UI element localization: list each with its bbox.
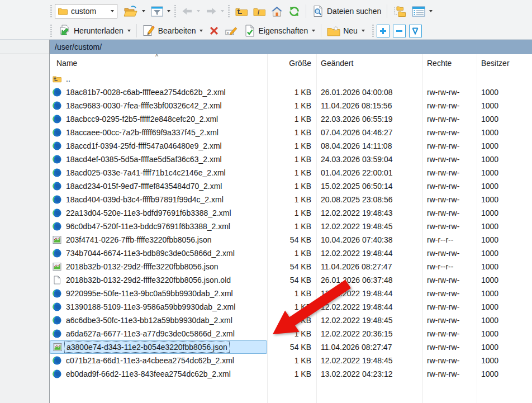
column-header-size[interactable]: Größe [267,59,316,68]
properties-button[interactable]: Eigenschaften [241,23,318,38]
edge-icon [53,316,61,325]
filter-button[interactable] [148,5,173,18]
file-row-selected[interactable]: a3800e74-d343-11e2-b054e3220fbb8056.json… [50,340,532,354]
filter-rules-button[interactable] [409,25,422,37]
rename-button[interactable]: x [222,25,241,37]
file-row[interactable]: 96c0db47-520f-11e3-bddc97691f6b3388_2.xm… [50,220,532,233]
file-name-cell[interactable]: a6c6dbe3-50fc-11e3-bb12a59bb9930dab_2.xm… [50,314,267,327]
file-name-cell[interactable]: 18ac81b7-0028-c6ab-ffffeea2754dc62b_2.xm… [50,86,267,99]
file-name-cell[interactable]: 734b7044-6674-11e3-bdb89c3de0c5866d_2.xm… [50,246,267,260]
chart-icon [53,262,61,271]
funnel-icon [151,6,163,17]
column-header-owner[interactable]: Besitzer [477,59,532,68]
file-name-cell[interactable]: 31390188-5109-11e3-9586a59bb9930dab_2.xm… [50,300,267,314]
file-name-cell[interactable]: 22a13d04-520e-11e3-bdfd97691f6b3388_2.xm… [50,206,267,220]
file-row[interactable]: 22a13d04-520e-11e3-bdfd97691f6b3388_2.xm… [50,206,532,220]
file-row[interactable]: .. [50,72,532,86]
root-directory-button[interactable]: / [250,6,268,17]
file-name: 18accd1f-0394-25fd-ffff547a046480e9_2.xm… [64,141,224,151]
file-name-cell[interactable]: 2018b32b-0132-29d2-ffffe3220fbb8056.json [50,260,267,273]
file-name-cell[interactable]: 18acd4ef-0385-5d5a-ffffae5d5af36c63_2.xm… [50,153,267,166]
file-row[interactable]: 31390188-5109-11e3-9586a59bb9930dab_2.xm… [50,300,532,314]
file-owner: 1000 [477,195,532,204]
file-row[interactable]: 18ac81b7-0028-c6ab-ffffeea2754dc62b_2.xm… [50,86,532,99]
left-empty-pane [0,54,49,403]
find-files-button[interactable]: Dateien suchen [309,4,384,18]
file-row[interactable]: 9220995e-50fe-11e3-9bc0a59bb9930dab_2.xm… [50,287,532,300]
file-modified: 26.01.2026 06:37:48 [316,276,422,285]
directory-tree-button[interactable] [390,4,409,18]
refresh-button[interactable] [286,4,303,18]
file-row[interactable]: 18accd1f-0394-25fd-ffff547a046480e9_2.xm… [50,139,532,153]
add-button[interactable] [377,25,390,37]
file-rights: rw-r--r-- [422,262,477,271]
download-button[interactable]: Herunterladen [55,23,134,38]
parent-directory-button[interactable] [232,6,250,17]
file-modified: 08.04.2026 14:11:08 [316,141,422,150]
file-row[interactable]: 203f4741-0226-7ffb-ffffe3220fbb8056.json… [50,233,532,246]
file-row[interactable]: 18acd025-033e-7a41-ffff71b1c4c2146e_2.xm… [50,166,532,179]
file-row[interactable]: 18acd234-015f-9ed7-ffffef8435484d70_2.xm… [50,179,532,193]
edit-document-icon [142,25,155,37]
directory-combo[interactable]: custom [55,4,117,18]
column-header-name[interactable]: Name [50,56,267,70]
file-name-cell[interactable]: 18accaee-00cc-7a2b-fffff69f9a337f45_2.xm… [50,126,267,139]
column-header-modified[interactable]: Geändert [316,59,422,68]
new-button[interactable]: Neu [324,25,368,37]
file-row[interactable]: 18ac9683-0030-7fea-ffffe3bf00326c42_2.xm… [50,99,532,112]
file-modified: 12.02.2022 20:36:15 [316,329,422,338]
file-name-cell[interactable]: 2018b32b-0132-29d2-ffffe3220fbb8056.json… [50,273,267,287]
edit-button[interactable]: Bearbeiten [140,23,206,38]
file-row[interactable]: eb0dad9f-66d2-11e3-843feea2754dc62b_2.xm… [50,367,532,381]
file-row[interactable]: 18acbcc9-0295-f2b5-fffff2e848cefc20_2.xm… [50,112,532,126]
file-name-cell[interactable]: 18ac9683-0030-7fea-ffffe3bf00326c42_2.xm… [50,99,267,112]
column-header-rights[interactable]: Rechte [422,59,477,68]
parent-folder-icon [53,74,61,83]
file-row[interactable]: 18acd4ef-0385-5d5a-ffffae5d5af36c63_2.xm… [50,153,532,166]
file-name-cell[interactable]: a3800e74-d343-11e2-b054e3220fbb8056.json [50,340,267,354]
file-name: 22a13d04-520e-11e3-bdfd97691f6b3388_2.xm… [64,208,233,218]
home-directory-button[interactable] [268,5,286,18]
delete-button[interactable] [206,24,222,37]
file-name-cell[interactable]: eb0dad9f-66d2-11e3-843feea2754dc62b_2.xm… [50,367,267,381]
file-name-cell[interactable]: 9220995e-50fe-11e3-9bc0a59bb9930dab_2.xm… [50,287,267,300]
file-row[interactable]: 18acd404-039d-b3c4-ffffb97891f99d4c_2.xm… [50,193,532,206]
list-header: ^ Name Größe Geändert Rechte Besitzer [50,54,532,72]
file-name-cell[interactable]: 18accd1f-0394-25fd-ffff547a046480e9_2.xm… [50,139,267,153]
remove-button[interactable] [393,25,406,37]
file-name-cell[interactable]: 18acbcc9-0295-f2b5-fffff2e848cefc20_2.xm… [50,112,267,126]
file-row[interactable]: c071b21a-66d1-11e3-a4cbeea2754dc62b_2.xm… [50,354,532,367]
file-row[interactable]: 18accaee-00cc-7a2b-fffff69f9a337f45_2.xm… [50,126,532,139]
file-rights: rw-rw-rw- [422,141,477,150]
file-owner: 1000 [477,369,532,378]
file-row[interactable]: 2018b32b-0132-29d2-ffffe3220fbb8056.json… [50,273,532,287]
file-modified: 11.04.2026 08:27:47 [316,262,422,271]
toolbar-grip[interactable] [228,5,230,17]
plus-icon [379,27,387,35]
file-row[interactable]: a6c6dbe3-50fc-11e3-bb12a59bb9930dab_2.xm… [50,314,532,327]
file-name-cell[interactable]: 18acd025-033e-7a41-ffff71b1c4c2146e_2.xm… [50,166,267,179]
file-name-cell[interactable]: 96c0db47-520f-11e3-bddc97691f6b3388_2.xm… [50,220,267,233]
file-row[interactable]: 734b7044-6674-11e3-bdb89c3de0c5866d_2.xm… [50,246,532,260]
view-style-button[interactable] [409,5,435,18]
chart-icon [53,235,61,244]
breadcrumb-path[interactable]: /user/custom/ [50,40,532,54]
file-row[interactable]: a6da627a-6677-11e3-a77d9c3de0c5866d_2.xm… [50,327,532,340]
file-size: 1 KB [267,88,316,97]
file-name-cell[interactable]: a6da627a-6677-11e3-a77d9c3de0c5866d_2.xm… [50,327,267,340]
toolbar-grip[interactable] [50,25,52,37]
toolbar-separator [387,4,387,18]
toolbar-grip[interactable] [50,5,52,17]
open-directory-button[interactable] [121,4,148,18]
file-name-cell[interactable]: 18acd404-039d-b3c4-ffffb97891f99d4c_2.xm… [50,193,267,206]
file-name-cell[interactable]: c071b21a-66d1-11e3-a4cbeea2754dc62b_2.xm… [50,354,267,367]
file-name-cell[interactable]: .. [50,72,267,86]
file-name-cell[interactable]: 203f4741-0226-7ffb-ffffe3220fbb8056.json [50,233,267,246]
toolbar-grip[interactable] [174,5,176,17]
file-owner: 1000 [477,302,532,311]
action-toolbar: Herunterladen Bearbeiten x Eigens [0,22,532,40]
file-rights: rw-rw-rw- [422,168,477,177]
toolbar-grip[interactable] [372,25,374,37]
file-row[interactable]: 2018b32b-0132-29d2-ffffe3220fbb8056.json… [50,260,532,273]
file-name-cell[interactable]: 18acd234-015f-9ed7-ffffef8435484d70_2.xm… [50,179,267,193]
